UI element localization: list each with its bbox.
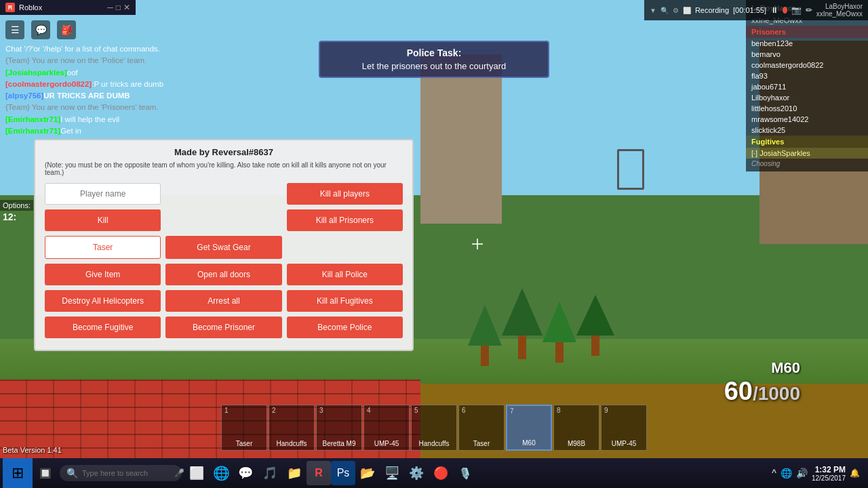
taskbar-discord[interactable]: 💬 [233, 461, 258, 485]
settings-icon[interactable]: ⚙ [673, 7, 679, 14]
pencil-icon[interactable]: ✏ [806, 5, 812, 15]
chat-line-7: [Emirhanxtr71] I will help the evil [5, 114, 205, 125]
taskbar-files[interactable]: 📁 [282, 461, 307, 485]
taskbar-chrome[interactable]: 🌐 [209, 461, 233, 485]
record-icon[interactable]: ⬜ [683, 7, 691, 14]
hotbar-slot-9[interactable]: 9UMP-45 [601, 405, 647, 451]
slot-label: M60 [522, 439, 535, 447]
timer: 12: [0, 210, 19, 224]
panel-row-4: Give Item Open all doors Kill all Police [45, 264, 403, 285]
start-button[interactable]: ⊞ [3, 458, 33, 488]
taskbar-app2[interactable]: ⚙️ [404, 461, 429, 485]
hotbar-slot-7[interactable]: 7M60 [506, 405, 552, 451]
destroy-helicopters-button[interactable]: Destroy All Helicopters [45, 290, 161, 312]
mic-icon[interactable]: 🎤 [174, 468, 184, 478]
chat-icon[interactable]: 💬 [31, 20, 50, 39]
taskbar: ⊞ 🔲 🔍 🎤 ⬜ 🌐 💬 🎵 📁 R Ps 📂 🖥️ ⚙️ 🔴 🎙️ ^ 🌐 … [0, 458, 868, 488]
hotbar-slot-2[interactable]: 2Handcuffs [269, 405, 315, 451]
taskbar-roblox[interactable]: R [307, 461, 331, 485]
arrest-all-button[interactable]: Arrest all [165, 290, 281, 312]
taskbar-spotify[interactable]: 🎵 [258, 461, 282, 485]
hotbar-slot-5[interactable]: 5Handcuffs [411, 405, 457, 451]
taskbar-right: ^ 🌐 🔊 1:32 PM 12/25/2017 🔔 [772, 465, 865, 482]
slot-number: 6 [462, 407, 466, 414]
minimize-button[interactable]: ─ [107, 3, 113, 12]
weapon-name: M60 [724, 359, 800, 377]
taskbar-app1[interactable]: 🖥️ [380, 461, 404, 485]
chat-line-1: Chat '/?'or '/help' for a list of chat c… [5, 43, 205, 55]
become-fugitive-button[interactable]: Become Fugitive [45, 317, 161, 338]
panel-row-2: Kill Kill all Prisoners [45, 209, 403, 231]
prisoner-item: mrawsome14022 [746, 114, 868, 125]
taskbar-folder[interactable]: 📂 [355, 461, 380, 485]
kill-all-players-button[interactable]: Kill all players [287, 183, 403, 205]
network-icon[interactable]: 🌐 [781, 468, 792, 479]
account-name: LaBoyHaxor [816, 3, 863, 10]
taskview-button[interactable]: 🔲 [33, 461, 57, 485]
become-prisoner-button[interactable]: Become Prisoner [165, 317, 281, 338]
hotbar-slot-8[interactable]: 8M98B [553, 405, 599, 451]
close-button[interactable]: ✕ [123, 3, 130, 12]
prisoner-item: fla93 [746, 70, 868, 81]
taskbar-task-view[interactable]: ⬜ [184, 461, 209, 485]
fugitive-item: [·] JosiahSparkles [746, 148, 868, 159]
taskbar-search-input[interactable] [82, 469, 170, 477]
search-icon: 🔍 [66, 468, 78, 479]
tree-2 [502, 288, 542, 359]
become-police-button[interactable]: Become Police [287, 317, 403, 338]
kill-button[interactable]: Kill [45, 209, 161, 231]
taskbar-photoshop[interactable]: Ps [331, 461, 355, 485]
maximize-button[interactable]: □ [116, 3, 121, 12]
backpack-icon[interactable]: 🎒 [57, 20, 76, 39]
taskbar-search[interactable]: 🔍 🎤 [60, 465, 182, 481]
panel-row-1: Kill all players [45, 183, 403, 205]
chat-line-5: [alpsy756] UR TRICKS ARE DUMB [5, 90, 205, 102]
hotbar-slot-6[interactable]: 6Taser [458, 405, 505, 451]
chat-line-6: {Team} You are now on the 'Prisoners' te… [5, 102, 205, 113]
hotbar-slot-1[interactable]: 1Taser [221, 405, 267, 451]
hotbar-slot-3[interactable]: 3Beretta M9 [316, 405, 362, 451]
chat-line-4: [coolmastergordo0822] :P ur tricks are d… [5, 79, 205, 90]
ammo-total: /1000 [753, 383, 800, 404]
taskbar-app4[interactable]: 🎙️ [453, 461, 477, 485]
dropdown-icon[interactable]: ▼ [650, 7, 656, 14]
prisoner-item: coolmastergordo0822 [746, 60, 868, 70]
prisoners-header: Prisoners [746, 26, 868, 38]
tree-3 [542, 302, 576, 363]
open-all-doors-button[interactable]: Open all doors [165, 264, 281, 285]
volume-icon[interactable]: 🔊 [796, 468, 808, 479]
chevron-icon[interactable]: ^ [772, 468, 776, 479]
taser-button[interactable]: Taser [45, 236, 161, 259]
taskbar-app3[interactable]: 🔴 [429, 461, 453, 485]
panel-row-6: Become Fugitive Become Prisoner Become P… [45, 317, 403, 338]
give-item-button[interactable]: Give Item [45, 264, 161, 285]
prisoner-item: bemarvo [746, 49, 868, 60]
prisoner-item: benben123e [746, 38, 868, 49]
search-icon[interactable]: 🔍 [660, 7, 669, 14]
options-bar: Options: [0, 200, 33, 211]
player-name-input[interactable] [45, 183, 161, 205]
slot-label: Handcuffs [419, 440, 450, 447]
notification-icon[interactable]: 🔔 [850, 468, 860, 478]
prisoner-item: littlehoss2010 [746, 103, 868, 114]
get-swat-gear-button[interactable]: Get Swat Gear [165, 236, 281, 259]
kill-all-prisoners-button[interactable]: Kill all Prisoners [287, 209, 403, 231]
panel-row-5: Destroy All Helicopters Arrest all Kill … [45, 290, 403, 312]
pause-button[interactable]: ⏸ [770, 5, 778, 15]
kill-all-fugitives-button[interactable]: Kill all Fugitives [287, 290, 403, 312]
kill-all-police-button[interactable]: Kill all Police [287, 264, 403, 285]
slot-number: 1 [224, 407, 229, 414]
title-bar: R Roblox ─ □ ✕ [0, 0, 136, 15]
beta-version: Beta Version 1.41 [3, 446, 62, 454]
hotbar-slot-4[interactable]: 4UMP-45 [363, 405, 410, 451]
ammo-current: 60 [724, 377, 753, 405]
panel-title: Made by Reversal#8637 [45, 147, 403, 157]
player-list: LaBoyHaxor xxIne_MeOwxx Prisoners benben… [746, 0, 868, 171]
menu-icon[interactable]: ☰ [5, 20, 24, 39]
slot-number: 5 [414, 407, 418, 414]
recording-time: [00:01:55] [733, 6, 766, 14]
slot-number: 9 [604, 407, 608, 414]
hotbar: 1Taser2Handcuffs3Beretta M94UMP-455Handc… [221, 405, 647, 451]
weapon-hud: M60 60/1000 [724, 359, 800, 406]
camera-icon[interactable]: 📷 [791, 5, 802, 15]
